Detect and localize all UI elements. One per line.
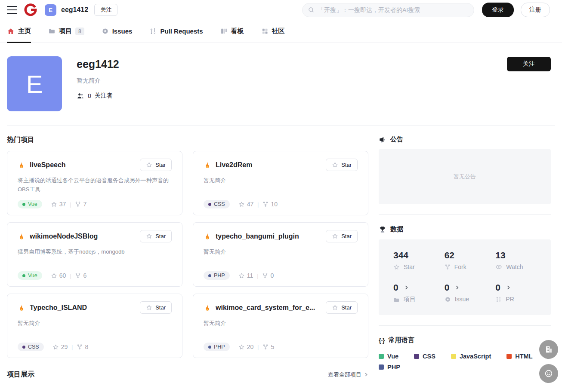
tab-community[interactable]: 社区 (261, 20, 285, 43)
flame-icon (18, 161, 25, 169)
feedback-button[interactable] (539, 364, 558, 383)
languages-title: 常用语言 (389, 336, 414, 344)
fork-count[interactable]: 5 (262, 343, 274, 350)
project-card: Typecho_ISLAND Star 暂无简介 CSS 29 (7, 294, 182, 358)
stat-issues[interactable]: 0 Issue (445, 282, 496, 303)
folder-icon (48, 28, 56, 35)
search-bar[interactable] (302, 3, 474, 17)
flame-icon (204, 233, 211, 240)
project-name[interactable]: wikimoeNodeJSBlog (30, 233, 98, 240)
star-button[interactable]: Star (326, 159, 358, 171)
follow-button[interactable]: 关注 (507, 57, 551, 71)
star-button[interactable]: Star (326, 230, 358, 242)
star-icon (332, 233, 338, 239)
tab-projects[interactable]: 项目 8 (48, 20, 84, 43)
tab-home[interactable]: 主页 (7, 20, 31, 43)
flame-icon (204, 304, 211, 312)
star-count[interactable]: 60 (51, 272, 66, 279)
divider (379, 214, 551, 215)
people-icon (77, 92, 84, 100)
project-name[interactable]: Typecho_ISLAND (30, 304, 87, 312)
enterprise-button[interactable] (539, 340, 558, 359)
divider (70, 272, 71, 279)
star-count[interactable]: 37 (51, 201, 66, 208)
divider (379, 325, 551, 326)
star-icon (332, 162, 338, 168)
projects-count-badge: 8 (75, 28, 84, 35)
profile-avatar: E (7, 56, 62, 111)
project-name[interactable]: typecho_bangumi_plugin (216, 233, 299, 240)
project-description: 暂无简介 (204, 318, 358, 337)
folder-icon (393, 297, 400, 303)
stat-fork: 62 Fork (445, 250, 496, 270)
tab-issues[interactable]: Issues (102, 20, 133, 43)
project-description: 暂无简介 (18, 318, 172, 337)
profile-header: E eeg1412 暂无简介 0 关注者 关注 (0, 43, 562, 111)
star-icon (146, 162, 152, 168)
building-icon (544, 345, 553, 354)
issue-icon (102, 28, 109, 35)
project-name[interactable]: liveSpeech (30, 161, 66, 169)
star-count[interactable]: 20 (238, 343, 254, 350)
language-legend: Vue CSS JavaScript HTML PHP (379, 353, 551, 371)
language-swatch (379, 354, 384, 359)
avatar[interactable]: E (45, 4, 56, 16)
language-tag: PHP (204, 343, 230, 351)
legend-item: Vue (379, 353, 398, 360)
chevron-right-icon (364, 372, 368, 377)
followers-link[interactable]: 0 关注者 (77, 92, 119, 100)
tab-pull-requests[interactable]: Pull Requests (149, 20, 203, 43)
issue-icon (445, 296, 451, 303)
stat-projects[interactable]: 0 项目 (393, 282, 445, 303)
chevron-right-icon (404, 285, 409, 290)
stat-pull-requests[interactable]: 0 PR (495, 282, 547, 303)
register-button[interactable]: 注册 (521, 3, 550, 17)
fork-count[interactable]: 0 (262, 272, 274, 279)
fork-count[interactable]: 8 (77, 343, 88, 350)
language-tag: Vue (18, 271, 42, 280)
star-button[interactable]: Star (140, 230, 172, 242)
star-button[interactable]: Star (140, 159, 172, 171)
star-count[interactable]: 11 (238, 272, 253, 279)
profile-name: eeg1412 (77, 58, 119, 70)
language-swatch (414, 354, 419, 359)
fork-count[interactable]: 10 (262, 201, 278, 208)
star-count[interactable]: 29 (52, 343, 68, 350)
fork-count[interactable]: 7 (75, 201, 86, 208)
fork-count[interactable]: 6 (75, 272, 86, 279)
view-all-projects-link[interactable]: 查看全部项目 (328, 371, 368, 379)
project-card: Live2dRem Star 暂无简介 CSS 47 (193, 151, 368, 215)
gitee-logo[interactable] (24, 3, 37, 16)
project-card: wikimoe_card_system_for_e... Star 暂无简介 P… (193, 294, 368, 358)
search-input[interactable] (318, 6, 469, 13)
language-tag: Vue (18, 200, 42, 208)
project-description: 将主播说的话通过各个云平台的语音服务合成另外一种声音的OBS工具 (18, 176, 172, 194)
star-icon (146, 233, 152, 239)
eye-icon (495, 263, 502, 270)
project-name[interactable]: wikimoe_card_system_for_e... (216, 304, 315, 312)
stat-watch: 13 Watch (495, 250, 547, 270)
header-follow-button[interactable]: 关注 (94, 4, 117, 16)
followers-count: 0 (88, 92, 91, 99)
star-count[interactable]: 47 (238, 201, 254, 208)
profile-nav: 主页 项目 8 Issues Pull Requests 看板 社区 (0, 20, 562, 43)
code-braces-icon (379, 337, 385, 344)
divider (70, 200, 71, 208)
tab-kanban[interactable]: 看板 (220, 20, 244, 43)
home-icon (7, 28, 15, 35)
legend-item: HTML (506, 353, 532, 360)
star-button[interactable]: Star (326, 301, 358, 314)
project-name[interactable]: Live2dRem (216, 161, 252, 169)
stats-box: 344 Star 62 Fork 13 Watch (379, 239, 551, 315)
community-icon (261, 28, 269, 35)
language-swatch (451, 354, 456, 359)
project-description: 暂无简介 (204, 176, 358, 194)
search-icon (308, 6, 315, 13)
divider (71, 343, 73, 351)
star-button[interactable]: Star (140, 301, 172, 314)
chevron-right-icon (506, 285, 511, 290)
login-button[interactable]: 登录 (482, 3, 514, 17)
hamburger-menu-icon[interactable] (7, 6, 17, 14)
announcement-empty-box: 暂无公告 (379, 149, 551, 204)
legend-item: CSS (414, 353, 435, 360)
